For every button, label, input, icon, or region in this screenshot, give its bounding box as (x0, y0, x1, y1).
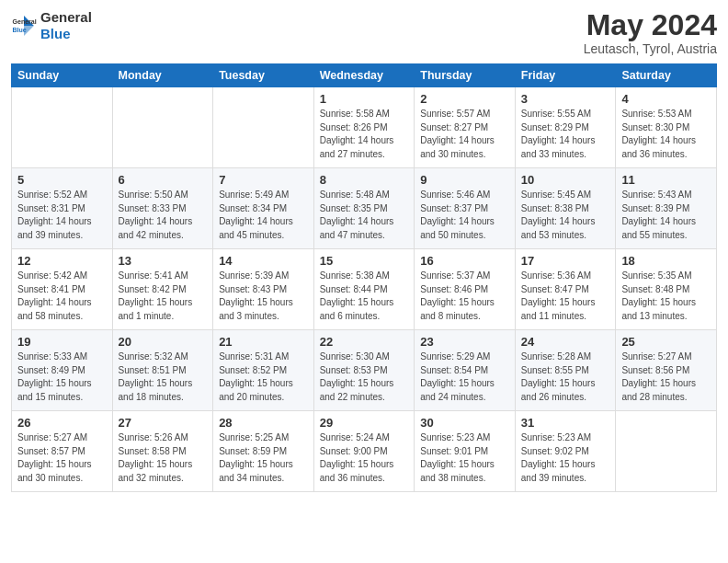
calendar-cell: 28Sunrise: 5:25 AM Sunset: 8:59 PM Dayli… (213, 411, 314, 492)
weekday-header-wednesday: Wednesday (313, 64, 415, 87)
day-number: 20 (119, 335, 208, 349)
day-info: Sunrise: 5:28 AM Sunset: 8:55 PM Dayligh… (521, 350, 610, 404)
calendar-cell: 5Sunrise: 5:52 AM Sunset: 8:31 PM Daylig… (12, 168, 113, 249)
day-info: Sunrise: 5:53 AM Sunset: 8:30 PM Dayligh… (621, 108, 711, 161)
calendar-cell (213, 87, 314, 168)
calendar-cell: 11Sunrise: 5:43 AM Sunset: 8:39 PM Dayli… (616, 168, 717, 249)
logo-text: General Blue (40, 9, 92, 42)
calendar-cell: 16Sunrise: 5:37 AM Sunset: 8:46 PM Dayli… (415, 249, 516, 330)
weekday-header-tuesday: Tuesday (213, 64, 314, 87)
calendar-cell: 13Sunrise: 5:41 AM Sunset: 8:42 PM Dayli… (112, 249, 213, 330)
title-block: May 2024 Leutasch, Tyrol, Austria (584, 9, 717, 56)
weekday-header-sunday: Sunday (12, 64, 113, 87)
day-info: Sunrise: 5:33 AM Sunset: 8:49 PM Dayligh… (17, 350, 107, 404)
day-number: 9 (420, 173, 509, 187)
day-info: Sunrise: 5:57 AM Sunset: 8:27 PM Dayligh… (420, 108, 509, 161)
page-container: General Blue General Blue May 2024 Leuta… (0, 0, 728, 501)
day-number: 30 (420, 416, 509, 430)
day-info: Sunrise: 5:36 AM Sunset: 8:47 PM Dayligh… (521, 270, 610, 323)
calendar-cell (12, 87, 113, 168)
day-number: 18 (621, 254, 711, 268)
day-info: Sunrise: 5:39 AM Sunset: 8:43 PM Dayligh… (219, 270, 308, 323)
day-info: Sunrise: 5:48 AM Sunset: 8:35 PM Dayligh… (320, 189, 409, 242)
day-info: Sunrise: 5:41 AM Sunset: 8:42 PM Dayligh… (119, 270, 208, 323)
day-info: Sunrise: 5:24 AM Sunset: 9:00 PM Dayligh… (320, 431, 409, 485)
calendar-cell: 21Sunrise: 5:31 AM Sunset: 8:52 PM Dayli… (213, 330, 314, 411)
calendar-cell: 4Sunrise: 5:53 AM Sunset: 8:30 PM Daylig… (616, 87, 717, 168)
day-info: Sunrise: 5:29 AM Sunset: 8:54 PM Dayligh… (420, 350, 509, 404)
calendar-cell (112, 87, 213, 168)
day-info: Sunrise: 5:23 AM Sunset: 9:01 PM Dayligh… (420, 431, 509, 485)
calendar-cell: 14Sunrise: 5:39 AM Sunset: 8:43 PM Dayli… (213, 249, 314, 330)
calendar-cell: 31Sunrise: 5:23 AM Sunset: 9:02 PM Dayli… (515, 411, 616, 492)
day-number: 13 (119, 254, 208, 268)
weekday-header-friday: Friday (515, 64, 616, 87)
day-number: 28 (219, 416, 308, 430)
day-info: Sunrise: 5:52 AM Sunset: 8:31 PM Dayligh… (17, 189, 107, 242)
calendar-cell: 17Sunrise: 5:36 AM Sunset: 8:47 PM Dayli… (515, 249, 616, 330)
day-info: Sunrise: 5:43 AM Sunset: 8:39 PM Dayligh… (621, 189, 711, 242)
calendar-cell: 15Sunrise: 5:38 AM Sunset: 8:44 PM Dayli… (313, 249, 415, 330)
calendar-table: SundayMondayTuesdayWednesdayThursdayFrid… (11, 63, 717, 492)
day-number: 5 (17, 173, 107, 187)
day-number: 24 (521, 335, 610, 349)
header: General Blue General Blue May 2024 Leuta… (11, 9, 717, 56)
day-info: Sunrise: 5:38 AM Sunset: 8:44 PM Dayligh… (320, 270, 409, 323)
day-info: Sunrise: 5:55 AM Sunset: 8:29 PM Dayligh… (521, 108, 610, 161)
day-number: 31 (521, 416, 610, 430)
calendar-cell: 3Sunrise: 5:55 AM Sunset: 8:29 PM Daylig… (515, 87, 616, 168)
day-number: 27 (119, 416, 208, 430)
day-number: 11 (621, 173, 711, 187)
day-number: 29 (320, 416, 409, 430)
calendar-cell: 25Sunrise: 5:27 AM Sunset: 8:56 PM Dayli… (616, 330, 717, 411)
day-info: Sunrise: 5:46 AM Sunset: 8:37 PM Dayligh… (420, 189, 509, 242)
calendar-week-row: 1Sunrise: 5:58 AM Sunset: 8:26 PM Daylig… (12, 87, 717, 168)
day-info: Sunrise: 5:35 AM Sunset: 8:48 PM Dayligh… (621, 270, 711, 323)
day-number: 6 (119, 173, 208, 187)
day-info: Sunrise: 5:27 AM Sunset: 8:56 PM Dayligh… (621, 350, 711, 404)
weekday-header-saturday: Saturday (616, 64, 717, 87)
day-info: Sunrise: 5:49 AM Sunset: 8:34 PM Dayligh… (219, 189, 308, 242)
day-number: 26 (17, 416, 107, 430)
logo-line1: General (40, 9, 92, 26)
calendar-cell: 23Sunrise: 5:29 AM Sunset: 8:54 PM Dayli… (415, 330, 516, 411)
calendar-cell: 27Sunrise: 5:26 AM Sunset: 8:58 PM Dayli… (112, 411, 213, 492)
logo-line2: Blue (40, 26, 92, 42)
calendar-cell: 6Sunrise: 5:50 AM Sunset: 8:33 PM Daylig… (112, 168, 213, 249)
day-info: Sunrise: 5:31 AM Sunset: 8:52 PM Dayligh… (219, 350, 308, 404)
day-info: Sunrise: 5:32 AM Sunset: 8:51 PM Dayligh… (119, 350, 208, 404)
calendar-cell: 9Sunrise: 5:46 AM Sunset: 8:37 PM Daylig… (415, 168, 516, 249)
day-info: Sunrise: 5:30 AM Sunset: 8:53 PM Dayligh… (320, 350, 409, 404)
day-number: 10 (521, 173, 610, 187)
day-number: 19 (17, 335, 107, 349)
calendar-cell: 18Sunrise: 5:35 AM Sunset: 8:48 PM Dayli… (616, 249, 717, 330)
calendar-cell: 10Sunrise: 5:45 AM Sunset: 8:38 PM Dayli… (515, 168, 616, 249)
calendar-cell: 30Sunrise: 5:23 AM Sunset: 9:01 PM Dayli… (415, 411, 516, 492)
weekday-header-thursday: Thursday (415, 64, 516, 87)
logo: General Blue General Blue (11, 9, 92, 42)
day-number: 16 (420, 254, 509, 268)
calendar-cell: 19Sunrise: 5:33 AM Sunset: 8:49 PM Dayli… (12, 330, 113, 411)
calendar-cell: 8Sunrise: 5:48 AM Sunset: 8:35 PM Daylig… (313, 168, 415, 249)
day-info: Sunrise: 5:27 AM Sunset: 8:57 PM Dayligh… (17, 431, 107, 485)
svg-text:General: General (13, 18, 37, 25)
calendar-week-row: 12Sunrise: 5:42 AM Sunset: 8:41 PM Dayli… (12, 249, 717, 330)
weekday-header-row: SundayMondayTuesdayWednesdayThursdayFrid… (12, 64, 717, 87)
calendar-cell: 24Sunrise: 5:28 AM Sunset: 8:55 PM Dayli… (515, 330, 616, 411)
day-number: 17 (521, 254, 610, 268)
day-number: 22 (320, 335, 409, 349)
subtitle: Leutasch, Tyrol, Austria (584, 41, 717, 56)
calendar-week-row: 19Sunrise: 5:33 AM Sunset: 8:49 PM Dayli… (12, 330, 717, 411)
day-info: Sunrise: 5:26 AM Sunset: 8:58 PM Dayligh… (119, 431, 208, 485)
calendar-cell: 20Sunrise: 5:32 AM Sunset: 8:51 PM Dayli… (112, 330, 213, 411)
day-number: 4 (621, 92, 711, 106)
day-info: Sunrise: 5:25 AM Sunset: 8:59 PM Dayligh… (219, 431, 308, 485)
calendar-cell: 7Sunrise: 5:49 AM Sunset: 8:34 PM Daylig… (213, 168, 314, 249)
day-number: 3 (521, 92, 610, 106)
calendar-cell: 29Sunrise: 5:24 AM Sunset: 9:00 PM Dayli… (313, 411, 415, 492)
day-info: Sunrise: 5:37 AM Sunset: 8:46 PM Dayligh… (420, 270, 509, 323)
calendar-week-row: 5Sunrise: 5:52 AM Sunset: 8:31 PM Daylig… (12, 168, 717, 249)
day-info: Sunrise: 5:45 AM Sunset: 8:38 PM Dayligh… (521, 189, 610, 242)
day-number: 1 (320, 92, 409, 106)
calendar-cell: 12Sunrise: 5:42 AM Sunset: 8:41 PM Dayli… (12, 249, 113, 330)
